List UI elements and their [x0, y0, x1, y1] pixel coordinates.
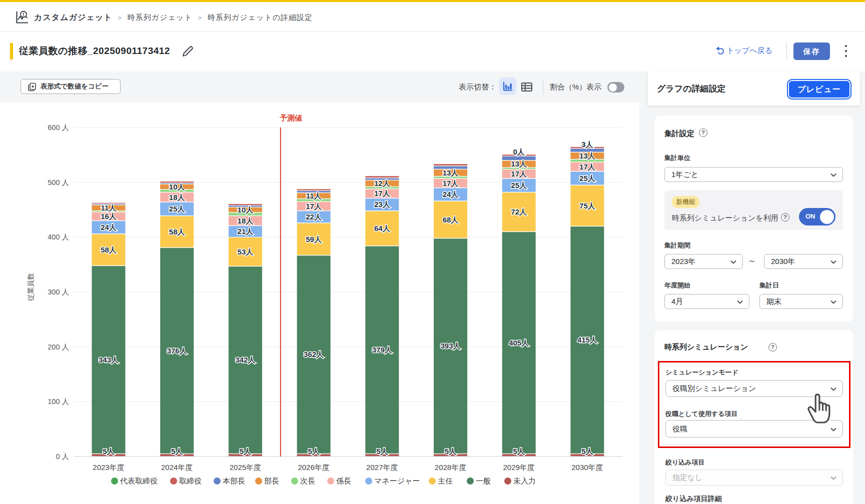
svg-text:68人: 68人 — [443, 216, 459, 224]
svg-text:0 人: 0 人 — [56, 452, 69, 460]
svg-text:21人: 21人 — [238, 227, 254, 236]
svg-text:25人: 25人 — [169, 204, 186, 213]
svg-text:415人: 415人 — [577, 336, 598, 344]
svg-text:2026年度: 2026年度 — [298, 463, 329, 472]
svg-text:24人: 24人 — [443, 190, 459, 198]
svg-text:58人: 58人 — [169, 228, 186, 236]
svg-text:13人: 13人 — [511, 160, 527, 168]
svg-text:2025年度: 2025年度 — [230, 463, 261, 472]
svg-text:11人: 11人 — [101, 204, 117, 212]
svg-text:2023年度: 2023年度 — [93, 463, 124, 472]
svg-text:24人: 24人 — [101, 223, 117, 232]
svg-text:53人: 53人 — [238, 248, 254, 256]
svg-text:16人: 16人 — [101, 212, 117, 220]
svg-text:18人: 18人 — [169, 193, 186, 202]
svg-text:2029年度: 2029年度 — [503, 463, 535, 472]
svg-text:17人: 17人 — [443, 179, 459, 188]
svg-text:5人: 5人 — [171, 447, 183, 456]
svg-text:部長: 部長 — [264, 476, 279, 485]
svg-text:10人: 10人 — [238, 206, 254, 214]
svg-text:25人: 25人 — [579, 174, 596, 182]
svg-text:本部長: 本部長 — [223, 476, 245, 485]
svg-text:主任: 主任 — [438, 476, 453, 485]
svg-text:11人: 11人 — [306, 192, 322, 200]
svg-text:13人: 13人 — [443, 168, 459, 177]
svg-text:3人: 3人 — [581, 140, 593, 148]
svg-text:64人: 64人 — [374, 224, 391, 232]
svg-text:393人: 393人 — [440, 342, 461, 350]
svg-text:362人: 362人 — [304, 350, 324, 358]
svg-text:100 人: 100 人 — [48, 398, 69, 406]
svg-text:200 人: 200 人 — [48, 343, 69, 351]
svg-text:300 人: 300 人 — [48, 288, 69, 296]
svg-text:22人: 22人 — [306, 212, 322, 221]
svg-text:次長: 次長 — [300, 476, 315, 485]
svg-text:係長: 係長 — [336, 476, 351, 485]
svg-text:0人: 0人 — [513, 148, 525, 156]
svg-text:5人: 5人 — [376, 447, 388, 456]
svg-text:600 人: 600 人 — [48, 124, 69, 132]
svg-text:400 人: 400 人 — [48, 233, 69, 241]
svg-text:従業員数: 従業員数 — [27, 273, 35, 301]
svg-text:17人: 17人 — [374, 189, 391, 198]
svg-text:405人: 405人 — [509, 338, 529, 347]
svg-text:75人: 75人 — [579, 202, 596, 210]
svg-text:5人: 5人 — [513, 447, 525, 456]
svg-text:2028年度: 2028年度 — [435, 463, 466, 472]
svg-text:5人: 5人 — [308, 447, 320, 456]
svg-text:一般: 一般 — [476, 476, 491, 485]
svg-text:343人: 343人 — [99, 356, 119, 364]
svg-text:5人: 5人 — [581, 447, 593, 456]
svg-text:17人: 17人 — [511, 170, 527, 178]
svg-text:5人: 5人 — [240, 447, 252, 456]
svg-text:59人: 59人 — [306, 235, 322, 244]
svg-text:マネージャー: マネージャー — [374, 476, 420, 485]
svg-text:取締役: 取締役 — [179, 476, 202, 485]
svg-text:72人: 72人 — [511, 208, 527, 216]
svg-text:18人: 18人 — [238, 216, 254, 225]
svg-text:10人: 10人 — [169, 182, 186, 191]
svg-text:2030年度: 2030年度 — [571, 463, 603, 472]
svg-text:13人: 13人 — [579, 152, 596, 160]
svg-text:500 人: 500 人 — [48, 178, 69, 186]
svg-text:未入力: 未入力 — [513, 476, 536, 485]
svg-text:342人: 342人 — [235, 356, 256, 364]
svg-text:2024年度: 2024年度 — [161, 463, 193, 472]
svg-text:376人: 376人 — [167, 346, 188, 355]
svg-text:5人: 5人 — [445, 447, 457, 456]
svg-text:58人: 58人 — [101, 246, 117, 254]
svg-text:379人: 379人 — [372, 346, 393, 354]
svg-text:23人: 23人 — [374, 200, 391, 208]
svg-text:17人: 17人 — [306, 202, 322, 210]
svg-text:予測値: 予測値 — [280, 114, 302, 122]
svg-text:25人: 25人 — [511, 181, 527, 190]
svg-text:2027年度: 2027年度 — [366, 463, 398, 472]
svg-text:5人: 5人 — [103, 447, 115, 456]
svg-text:17人: 17人 — [579, 162, 596, 171]
svg-text:12人: 12人 — [374, 179, 391, 188]
svg-text:代表取締役: 代表取締役 — [120, 476, 158, 485]
